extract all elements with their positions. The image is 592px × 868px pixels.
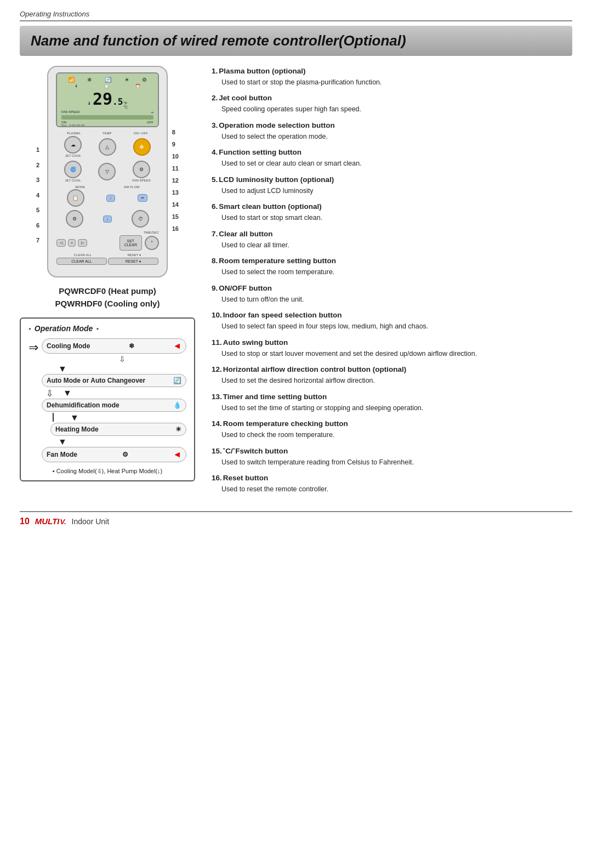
list-item: 14.Room temperature checking buttonUsed … xyxy=(212,418,572,440)
cooling-mode-label: Cooling Mode xyxy=(47,342,90,350)
thermometer-icon: 🌡 xyxy=(87,101,92,106)
list-item: 9.ON/OFF buttonUsed to turn off/on the u… xyxy=(212,283,572,304)
main-content: 1 2 3 4 5 6 7 8 9 10 11 12 xyxy=(20,66,572,500)
heating-mode-item: Heating Mode ☀ xyxy=(50,423,186,436)
solid-down-1: ▼ xyxy=(58,364,67,373)
timesec-label: TIME/SEC xyxy=(56,231,159,234)
solid-down-3: ▼ xyxy=(70,413,79,423)
list-item: 8.Room temperature setting buttonUsed to… xyxy=(212,256,572,277)
list-item: 15.˚C/˚Fswitch buttonUsed to switch temp… xyxy=(212,446,572,467)
remote-control: 📶 ❄ 🔄 ☀ ⚙ 🌡📋⏰ 🌡 29 xyxy=(47,66,168,277)
button-row-7: CLEAR ALL RESET ♦ xyxy=(56,257,159,265)
btn-jetcool-group: 🌀 JET COOL xyxy=(64,161,82,182)
auto-mode-label: Auto Mode or Auto Changeover xyxy=(47,377,145,384)
title-box: Name and function of wired remote contro… xyxy=(20,26,572,56)
heating-mode-icon: ☀ xyxy=(175,426,181,433)
timer-button[interactable]: ⏱ xyxy=(132,210,149,228)
dehumid-mode-label: Dehumidification mode xyxy=(47,401,119,409)
btn-fanspeed-group: ⚙ FAN SPEED xyxy=(132,161,151,182)
button-row-5: ◁ • ▷ SET CLEAR ° xyxy=(56,235,159,251)
plasma-label: PLASMA xyxy=(67,132,80,135)
screen-second-row: 🌡📋⏰ xyxy=(61,84,153,88)
fan-label: FAN SPEED xyxy=(61,110,80,114)
vertical-line-group xyxy=(53,413,54,423)
airflow-up-button[interactable]: ↑ xyxy=(106,195,115,202)
left-number-labels: 1 2 3 4 5 6 7 xyxy=(36,143,39,248)
screen-fan-row: FAN SPEED ⇒ xyxy=(61,110,153,114)
vertical-line xyxy=(53,413,54,422)
temp-c: °C xyxy=(123,105,128,109)
dehumid-mode-item: Dehumidification mode 💧 xyxy=(42,399,186,412)
screen-icons-row: 📶 ❄ 🔄 ☀ ⚙ xyxy=(61,77,153,83)
nav-dot-button[interactable]: • xyxy=(68,239,76,247)
fan-icon: ⚙ xyxy=(142,77,147,83)
jet-cool-button[interactable]: 🌀 xyxy=(64,161,82,178)
list-item: 13.Timer and time setting buttonUsed to … xyxy=(212,392,572,413)
jet-cool-label: JET COOL xyxy=(65,154,81,157)
temp-unit-button[interactable]: ° xyxy=(145,236,159,250)
clear-label: CLEAR xyxy=(124,243,137,247)
page-title: Name and function of wired remote contro… xyxy=(31,32,561,49)
btn-onoff-group: ⏻ xyxy=(133,138,151,156)
temp-f: °F xyxy=(123,101,128,105)
right-column: 1.Plasma button (optional)Used to start … xyxy=(212,66,572,500)
heating-mode-wrapper: Heating Mode ☀ xyxy=(50,423,186,436)
fan-speed-label: FAN SPEED xyxy=(132,179,151,182)
clear-all-labels: CLEAR ALL RESET ♦ xyxy=(56,253,159,257)
fan-speed-button[interactable]: ⚙ xyxy=(133,161,150,178)
hollow-arrow-1: ⇩ xyxy=(58,355,186,364)
clear-all-button[interactable]: CLEAR ALL xyxy=(56,258,107,265)
remote-wrapper: 1 2 3 4 5 6 7 8 9 10 11 12 xyxy=(20,66,195,277)
list-item: 5.LCD luminosity button (optional)Used t… xyxy=(212,174,572,196)
button-row-1: ☁ JET COOL △ ⏻ xyxy=(56,136,159,157)
on-off-label: ON / OFF xyxy=(134,132,148,135)
v-text: V. xyxy=(60,518,66,526)
arrow-vertical-row: ▼ xyxy=(53,413,186,423)
right-arrow-cooling: ◄ xyxy=(173,341,181,351)
set-clear-button[interactable]: SET CLEAR xyxy=(119,235,142,251)
btn-temp-up-group: △ xyxy=(99,138,116,156)
dehumid-mode-icon: 💧 xyxy=(173,401,181,409)
sun-icon: ☀ xyxy=(124,77,129,83)
remote-container: 1 2 3 4 5 6 7 8 9 10 11 12 xyxy=(47,66,168,277)
on-off-button[interactable]: ⏻ xyxy=(133,138,151,156)
op-mode-content: ⇒ Cooling Mode ❄ ◄ ⇩ ▼ xyxy=(29,338,186,463)
nav-row: ◁ • ▷ xyxy=(56,239,117,247)
mode-label: MODE xyxy=(75,185,85,189)
list-item: 2.Jet cool buttonSpeed cooling operates … xyxy=(212,93,572,114)
temp-up-button[interactable]: △ xyxy=(99,138,116,156)
plasma-button[interactable]: ☁ xyxy=(64,136,82,154)
button-row-4: ⚙ ↓ ⏱ xyxy=(56,210,159,228)
nav-left-button[interactable]: ◁ xyxy=(56,239,66,247)
solid-arrow-4: ▼ xyxy=(58,437,186,447)
op-mode-items: Cooling Mode ❄ ◄ ⇩ ▼ Auto Mode or Auto C… xyxy=(42,338,186,463)
footer-page-num: 10 xyxy=(20,517,30,526)
cooling-note: • Cooling Model(⇩), Heat Pump Model(↓) xyxy=(29,468,186,475)
fan-mode-item: Fan Mode ⚙ ◄ xyxy=(42,447,186,462)
temp-down-button[interactable]: ▽ xyxy=(98,163,116,180)
operation-mode-box: Operation Mode ⇒ Cooling Mode ❄ ◄ ⇩ xyxy=(20,317,195,481)
cooling-mode-item: Cooling Mode ❄ ◄ xyxy=(42,338,186,354)
button-row-3: 📋 ↑ ⇔ xyxy=(56,189,159,207)
operation-mode-title: Operation Mode xyxy=(29,324,186,333)
hollow-arrow-2: ⇩ xyxy=(46,388,53,399)
reset-button[interactable]: RESET ♦ xyxy=(108,258,158,265)
airflow-down-button[interactable]: ↓ xyxy=(103,215,112,223)
page: Operating Instructions Name and function… xyxy=(0,0,592,543)
nav-right-button[interactable]: ▷ xyxy=(78,239,87,247)
list-item: 12.Horizontal airflow direction control … xyxy=(212,364,572,385)
feature-list: 1.Plasma button (optional)Used to start … xyxy=(212,66,572,495)
airflow-swing-button[interactable]: ⇔ xyxy=(138,194,147,202)
model-line2: PQWRHDF0 (Cooling only) xyxy=(20,298,195,310)
model-line1: PQWRCDF0 (Heat pump) xyxy=(20,285,195,298)
list-item: 7.Clear all buttonUsed to clear all time… xyxy=(212,229,572,250)
screen-time-row: 8Hr. 8:88 88:88 xyxy=(61,124,153,127)
model-text: PQWRCDF0 (Heat pump) PQWRHDF0 (Cooling o… xyxy=(20,285,195,310)
list-item: 10.Indoor fan speed selection buttonUsed… xyxy=(212,310,572,331)
mode-button[interactable]: 📋 xyxy=(67,189,84,207)
airflow-label: AIR FLOW xyxy=(124,185,140,189)
snowflake-icon: ❄ xyxy=(87,77,92,83)
top-divider xyxy=(20,20,572,21)
function-button[interactable]: ⚙ xyxy=(66,210,83,228)
temp-units: °F °C xyxy=(123,101,128,109)
